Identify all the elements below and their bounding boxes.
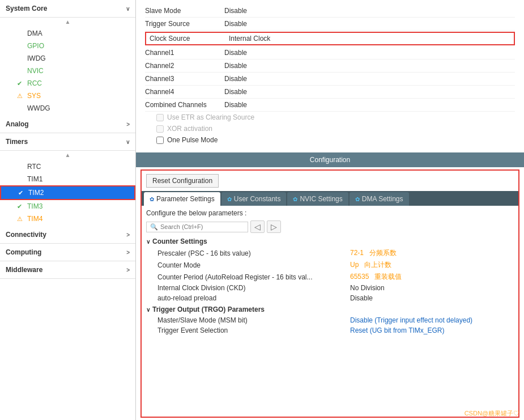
sidebar-item-tim2[interactable]: ✔ TIM2: [0, 185, 135, 200]
channel1-value: Disable: [224, 49, 515, 57]
parameter-tab-icon: ✿: [150, 196, 154, 202]
sidebar-item-rtc[interactable]: RTC: [0, 160, 135, 173]
tabs-bar: ✿ Parameter Settings ✿ User Constants ✿ …: [142, 191, 518, 206]
user-constants-tab-label: User Constants: [234, 195, 281, 203]
sidebar-item-sys-label: SYS: [27, 92, 41, 100]
prescaler-value: 72-1 分频系数: [350, 248, 514, 258]
msm-label: Master/Slave Mode (MSM bit): [157, 316, 350, 324]
tab-user-constants[interactable]: ✿ User Constants: [221, 192, 287, 206]
xor-checkbox[interactable]: [156, 125, 164, 133]
main-content: Slave Mode Disable Trigger Source Disabl…: [136, 0, 524, 420]
sidebar-item-nvic[interactable]: NVIC: [0, 65, 135, 77]
trgo-section: ∨ Trigger Output (TRGO) Parameters: [146, 306, 514, 313]
prescaler-row: Prescaler (PSC - 16 bits value) 72-1 分频系…: [146, 247, 514, 259]
channel1-row: Channel1 Disable: [145, 46, 515, 60]
sidebar-item-tim4[interactable]: ⚠ TIM4: [0, 213, 135, 225]
tim4-status-icon: ⚠: [17, 215, 25, 223]
analog-label: Analog: [6, 120, 29, 128]
channel3-label: Channel3: [145, 75, 224, 83]
sidebar-item-dma[interactable]: DMA: [0, 27, 135, 40]
sidebar-item-rcc[interactable]: ✔ RCC: [0, 77, 135, 90]
reset-configuration-button[interactable]: Reset Configuration: [146, 174, 219, 188]
clock-division-value: No Division: [350, 284, 514, 292]
one-pulse-checkbox[interactable]: [156, 137, 164, 144]
sidebar-item-tim3-label: TIM3: [27, 202, 42, 210]
scroll-up-timers: ▲: [0, 151, 135, 159]
analog-arrow: >: [126, 121, 130, 128]
sidebar-item-tim1[interactable]: TIM1: [0, 173, 135, 185]
xor-label: XOR activation: [167, 125, 212, 133]
trigger-event-value: Reset (UG bit from TIMx_EGR): [350, 326, 514, 334]
clock-source-label: Clock Source: [150, 35, 229, 43]
rcc-status-icon: ✔: [17, 80, 25, 87]
sidebar-item-tim4-label: TIM4: [27, 215, 42, 223]
channel2-label: Channel2: [145, 62, 224, 70]
clock-division-label: Internal Clock Division (CKD): [157, 284, 350, 292]
connectivity-label: Connectivity: [6, 231, 46, 239]
config-header-label: Configuration: [310, 156, 350, 164]
sidebar-section-middleware[interactable]: Middleware >: [0, 261, 135, 279]
parameter-tab-label: Parameter Settings: [156, 195, 215, 203]
sidebar-item-rcc-label: RCC: [27, 79, 42, 87]
clock-division-row: Internal Clock Division (CKD) No Divisio…: [146, 283, 514, 293]
sidebar-section-computing[interactable]: Computing >: [0, 244, 135, 261]
slave-mode-value: Disable: [224, 7, 515, 15]
config-body: Reset Configuration ✿ Parameter Settings…: [140, 169, 519, 418]
counter-settings-label: Counter Settings: [152, 237, 207, 245]
sidebar-section-connectivity[interactable]: Connectivity >: [0, 226, 135, 244]
channel4-label: Channel4: [145, 88, 224, 96]
nvic-tab-icon: ✿: [293, 196, 297, 202]
use-etr-row: Use ETR as Clearing Source: [145, 112, 515, 123]
auto-reload-value: Disable: [350, 294, 514, 302]
auto-reload-label: auto-reload preload: [157, 294, 350, 302]
combined-channels-value: Disable: [224, 101, 515, 109]
user-constants-tab-icon: ✿: [227, 196, 232, 202]
trigger-event-row: Trigger Event Selection Reset (UG bit fr…: [146, 325, 514, 336]
timers-items: RTC TIM1 ✔ TIM2 ✔ TIM3 ⚠ TIM4: [0, 159, 135, 226]
mode-section: Slave Mode Disable Trigger Source Disabl…: [136, 0, 524, 150]
sidebar-item-rtc-label: RTC: [27, 163, 41, 171]
xor-row: XOR activation: [145, 123, 515, 134]
sidebar-item-iwdg-label: IWDG: [27, 54, 46, 62]
use-etr-checkbox[interactable]: [156, 114, 164, 121]
auto-reload-row: auto-reload preload Disable: [146, 293, 514, 303]
counter-period-row: Counter Period (AutoReload Register - 16…: [146, 271, 514, 283]
combined-channels-label: Combined Channels: [145, 101, 224, 109]
sidebar-section-analog[interactable]: Analog >: [0, 116, 135, 133]
clock-source-value: Internal Clock: [229, 35, 510, 43]
one-pulse-label: One Pulse Mode: [167, 136, 218, 144]
counter-mode-row: Counter Mode Up 向上计数: [146, 259, 514, 271]
counter-collapse-icon[interactable]: ∨: [146, 239, 150, 245]
trgo-collapse-icon[interactable]: ∨: [146, 307, 150, 313]
sidebar-item-sys[interactable]: ⚠ SYS: [0, 90, 135, 102]
tab-nvic-settings[interactable]: ✿ NVIC Settings: [287, 192, 348, 206]
msm-row: Master/Slave Mode (MSM bit) Disable (Tri…: [146, 315, 514, 325]
computing-arrow: >: [126, 249, 130, 256]
tab-dma-settings[interactable]: ✿ DMA Settings: [350, 192, 409, 206]
system-core-items: DMA GPIO IWDG NVIC ✔ RCC ⚠ SYS WWD: [0, 26, 135, 116]
search-next-button[interactable]: ▷: [267, 220, 281, 233]
search-prev-button[interactable]: ◁: [250, 220, 265, 233]
counter-settings-section: ∨ Counter Settings: [146, 237, 514, 245]
use-etr-label: Use ETR as Clearing Source: [167, 113, 254, 121]
channel4-value: Disable: [224, 88, 515, 96]
msm-value: Disable (Trigger input effect not delaye…: [350, 316, 514, 324]
search-input[interactable]: [160, 223, 240, 230]
timers-arrow: ∨: [126, 139, 130, 145]
clock-source-row: Clock Source Internal Clock: [145, 32, 515, 45]
sidebar-item-tim3[interactable]: ✔ TIM3: [0, 200, 135, 213]
sidebar-item-wwdg[interactable]: WWDG: [0, 102, 135, 114]
computing-label: Computing: [6, 248, 41, 256]
sidebar-item-gpio[interactable]: GPIO: [0, 40, 135, 52]
channel2-value: Disable: [224, 62, 515, 70]
tab-parameter-settings[interactable]: ✿ Parameter Settings: [144, 192, 220, 206]
sidebar-item-iwdg[interactable]: IWDG: [0, 52, 135, 65]
sidebar-section-timers[interactable]: Timers ∨: [0, 133, 135, 151]
sidebar-section-system-core[interactable]: System Core ∨: [0, 0, 135, 18]
channel3-value: Disable: [224, 75, 515, 83]
channel4-row: Channel4 Disable: [145, 86, 515, 99]
slave-mode-label: Slave Mode: [145, 7, 224, 15]
system-core-arrow: ∨: [126, 6, 130, 12]
counter-period-value: 65535 重装载值: [350, 272, 514, 282]
counter-period-label: Counter Period (AutoReload Register - 16…: [157, 273, 350, 281]
